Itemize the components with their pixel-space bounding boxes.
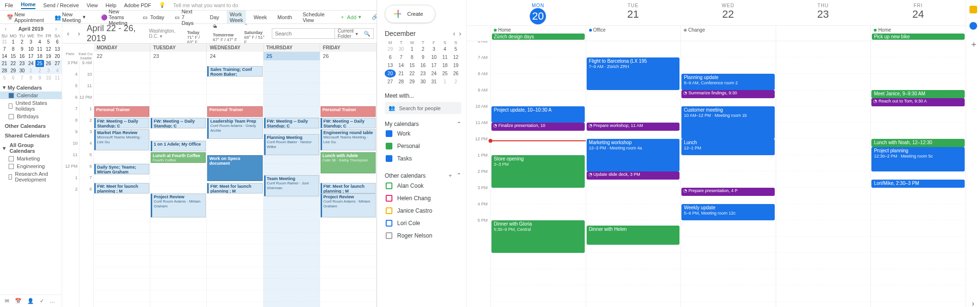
mini-day[interactable]: 25 (439, 69, 450, 78)
calendar-event[interactable]: Lunch with AdeleCafe 36 · Kathy Thompson (321, 152, 376, 173)
calendar-item[interactable]: Roger Nelson (385, 229, 461, 242)
calendar-event[interactable]: Lunch at Fourth CoffeeFourth Coffee (151, 152, 206, 163)
my-calendars-header[interactable]: ▾ My Calendars (0, 81, 62, 91)
day-header[interactable]: WED22 (680, 0, 776, 25)
calendar-event[interactable]: Project planning12:30–2 PM · Meeting roo… (871, 147, 965, 171)
mini-day[interactable]: 11 (439, 53, 450, 61)
gc-grid[interactable]: 6 AM7 AM8 AM9 AM10 AM11 AM12 PM1 PM2 PM3… (467, 41, 966, 307)
mini-day[interactable]: 30 (418, 78, 429, 86)
keep-icon[interactable] (969, 6, 977, 13)
day-header[interactable]: MON20 (490, 0, 586, 25)
mini-day[interactable]: 9 (418, 53, 429, 61)
calendar-event[interactable]: FW: Meeting -- Daily Standup; C (151, 118, 206, 128)
tasks-icon[interactable]: ✓ (40, 298, 44, 304)
mini-day[interactable]: 26 (44, 60, 53, 67)
allday-event[interactable]: Pick up new bike (872, 34, 965, 40)
mini-day[interactable]: 13 (53, 45, 62, 53)
calendar-event[interactable]: Project ReviewConf Room Adams · Miriam G… (321, 193, 376, 217)
calendar-event[interactable]: Personal Trainer (207, 106, 262, 117)
mini-day[interactable]: 6 (9, 74, 17, 81)
calendar-event[interactable]: ◔ Reach out to Tom, 9:30 A (871, 98, 965, 106)
mini-day[interactable]: 31 (428, 78, 439, 86)
mini-day[interactable]: 30 (396, 45, 407, 53)
calendar-event[interactable]: ◔ Summarize findings, 9:30 (681, 90, 775, 98)
my-calendars-header[interactable]: My calendars⌃ (385, 121, 461, 127)
week-view-button[interactable]: Week (251, 13, 270, 21)
mini-day[interactable]: 1 (26, 67, 35, 74)
calendar-event[interactable]: ◔ Prepare workshop, 11 AM (587, 123, 680, 131)
calendar-event[interactable]: Market Plan ReviewMicrosoft Teams Meetin… (94, 129, 149, 150)
mini-day[interactable]: 16 (18, 53, 26, 60)
calendar-event[interactable]: Lori/Mike, 2:30–3 PM (871, 180, 965, 188)
calendar-event[interactable]: Lunch12–1 PM (681, 139, 775, 155)
calendar-item[interactable]: United States holidays (0, 99, 62, 113)
calendar-event[interactable]: Work on Specs document (207, 155, 262, 181)
calendar-icon[interactable]: 📅 (15, 298, 22, 304)
mini-cal[interactable]: 3112345678910111213141516171819202122232… (0, 38, 62, 81)
other-calendars-header[interactable]: Other calendars＋ ⌃ (385, 171, 461, 180)
mini-day[interactable]: 28 (0, 67, 9, 74)
mini-day[interactable]: 1 (439, 78, 450, 86)
mini-day[interactable]: 3 (44, 67, 53, 74)
mini-day[interactable]: 4 (439, 45, 450, 53)
calendar-event[interactable]: Sales Training; Conf Room Baker; (207, 66, 262, 77)
mini-day[interactable]: 29 (385, 45, 396, 53)
mini-day[interactable]: 23 (418, 69, 429, 78)
calendar-event[interactable]: ◔ Finalize presentation, 10 (491, 123, 585, 131)
mini-day[interactable]: 15 (9, 53, 17, 60)
calendar-event[interactable]: Engineering round tableMicrosoft Teams M… (321, 129, 376, 150)
other-calendars-header[interactable]: Other Calendars (0, 120, 62, 130)
mini-day[interactable]: 10 (26, 45, 35, 53)
mini-day[interactable]: 23 (18, 60, 26, 67)
calendar-item[interactable]: Marketing (0, 155, 62, 162)
add-icon[interactable]: ＋ (447, 172, 453, 179)
calendar-event[interactable]: FW: Meeting -- Daily Standup; C (321, 118, 376, 128)
calendar-event[interactable]: Dinner with Gloria5:30–9 PM, Central (491, 220, 585, 253)
mini-day[interactable]: 2 (35, 67, 44, 74)
share-button[interactable]: 🔗 Share ▾ (369, 13, 377, 21)
add-button[interactable]: ＋ Add ▾ (337, 12, 364, 22)
group-calendars-header[interactable]: ▾ All Group Calendars (0, 139, 62, 155)
mini-day[interactable]: 4 (35, 38, 44, 45)
calendar-event[interactable]: Dinner with Helen (587, 226, 680, 245)
calendar-event[interactable]: Lunch with Noah, 12–12:30 (871, 139, 965, 147)
calendar-event[interactable]: Leadership Team PrepConf Room Adams · Gr… (207, 118, 262, 139)
menu-item[interactable]: View (87, 2, 98, 8)
mini-day[interactable]: 14 (0, 53, 9, 60)
calendar-event[interactable]: FW: Meet for launch planning ; M (207, 183, 262, 193)
prev-week-icon[interactable]: ‹ (65, 30, 71, 37)
search-box[interactable]: Current Folder ▾ 🔍 (272, 28, 374, 39)
day-header[interactable]: FRI24 (870, 0, 966, 25)
calendar-event[interactable]: 1 on 1 Adele; My Office (151, 141, 206, 151)
mini-day[interactable]: 25 (35, 60, 44, 67)
allday-chip[interactable]: Change (682, 27, 775, 33)
calendar-item[interactable]: Research And Development (0, 170, 62, 183)
mini-day[interactable]: 11 (53, 74, 62, 81)
calendar-event[interactable]: ◔ Prepare presentation, 4 P (681, 188, 775, 196)
mini-day[interactable]: 6 (53, 38, 62, 45)
mini-day[interactable]: 28 (396, 78, 407, 86)
mini-day[interactable]: 16 (418, 61, 429, 69)
next-week-icon[interactable]: › (76, 30, 82, 37)
mini-day[interactable]: 14 (396, 61, 407, 69)
calendar-event[interactable]: Weekly update5–6 PM, Meeting room 12c (681, 204, 775, 220)
next-month-icon[interactable]: › (53, 26, 59, 32)
mini-day[interactable]: 1 (407, 45, 418, 53)
menu-item[interactable]: Home (21, 1, 36, 9)
mini-day[interactable]: 6 (385, 53, 396, 61)
create-button[interactable]: Create (385, 5, 435, 23)
mini-day[interactable]: 7 (0, 45, 9, 53)
mini-day[interactable]: 5 (450, 45, 461, 53)
chevron-up-icon[interactable]: ⌃ (457, 172, 461, 179)
calendar-item[interactable]: Alan Cook (385, 180, 461, 192)
people-icon[interactable]: 👤 (27, 298, 34, 304)
search-input[interactable] (272, 31, 334, 36)
calendar-event[interactable]: Team MeetingConf Room Rainer · Joni Sher… (264, 175, 319, 196)
mini-day[interactable]: 24 (26, 60, 35, 67)
mini-day[interactable]: 4 (53, 67, 62, 74)
mini-day[interactable]: 1 (9, 38, 17, 45)
day-view-button[interactable]: Day (207, 13, 222, 21)
mini-day[interactable]: 22 (407, 69, 418, 78)
calendar-event[interactable]: Meet Janice, 9–9:30 AM (871, 90, 965, 98)
allday-chip[interactable]: Home (492, 27, 585, 33)
